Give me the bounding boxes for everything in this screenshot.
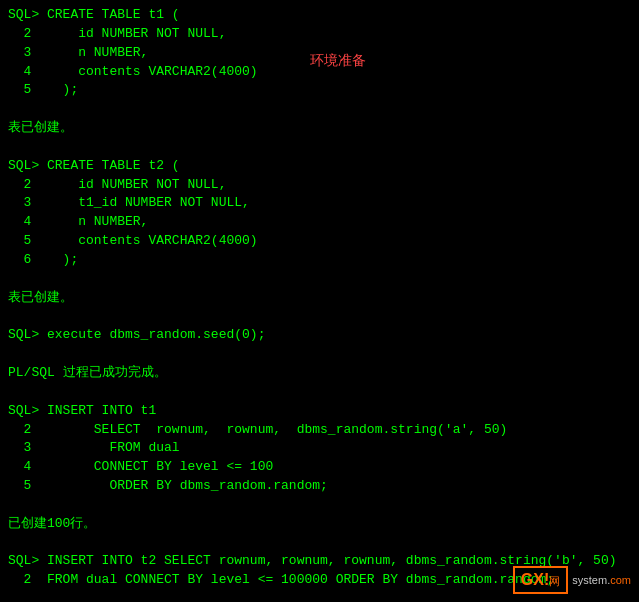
line-13: 5 contents VARCHAR2(4000): [8, 232, 631, 251]
line-23: 2 SELECT rownum, rownum, dbms_random.str…: [8, 421, 631, 440]
line-5: 5 );: [8, 81, 631, 100]
line-19: [8, 345, 631, 364]
watermark-system-text: system.: [572, 574, 610, 586]
line-21: [8, 383, 631, 402]
line-7: 表已创建。: [8, 119, 631, 138]
terminal-window: SQL> CREATE TABLE t1 ( 2 id NUMBER NOT N…: [0, 0, 639, 602]
line-10: 2 id NUMBER NOT NULL,: [8, 176, 631, 195]
line-25: 4 CONNECT BY level <= 100: [8, 458, 631, 477]
watermark-gxi-text: GX!: [521, 571, 549, 588]
watermark-com-text: com: [610, 574, 631, 586]
line-1: SQL> CREATE TABLE t1 (: [8, 6, 631, 25]
line-14: 6 );: [8, 251, 631, 270]
line-28: 已创建100行。: [8, 515, 631, 534]
line-15: [8, 270, 631, 289]
line-24: 3 FROM dual: [8, 439, 631, 458]
watermark-domain: system.com: [572, 573, 631, 588]
watermark: GX!网 system.com: [513, 566, 631, 594]
line-6: [8, 100, 631, 119]
line-29: [8, 534, 631, 553]
line-27: [8, 496, 631, 515]
line-18: SQL> execute dbms_random.seed(0);: [8, 326, 631, 345]
watermark-net-text: 网: [549, 575, 560, 587]
line-11: 3 t1_id NUMBER NOT NULL,: [8, 194, 631, 213]
line-12: 4 n NUMBER,: [8, 213, 631, 232]
line-26: 5 ORDER BY dbms_random.random;: [8, 477, 631, 496]
line-22: SQL> INSERT INTO t1: [8, 402, 631, 421]
line-2: 2 id NUMBER NOT NULL,: [8, 25, 631, 44]
line-9: SQL> CREATE TABLE t2 (: [8, 157, 631, 176]
env-label: 环境准备: [310, 52, 366, 70]
line-20: PL/SQL 过程已成功完成。: [8, 364, 631, 383]
line-17: [8, 308, 631, 327]
watermark-box: GX!网: [513, 566, 568, 594]
line-8: [8, 138, 631, 157]
line-16: 表已创建。: [8, 289, 631, 308]
